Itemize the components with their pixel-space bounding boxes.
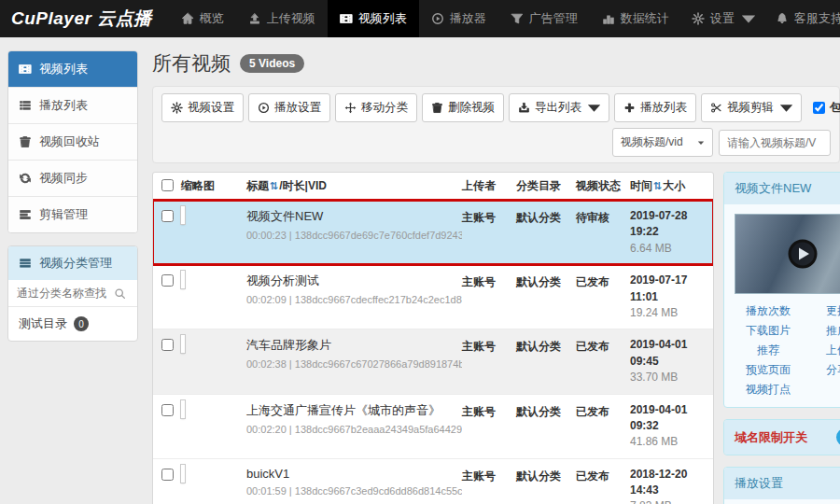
nav-stats[interactable]: 数据统计: [590, 0, 681, 37]
col-category: 分类目录: [516, 178, 576, 194]
sidebar-item-playlist[interactable]: 播放列表: [8, 87, 137, 123]
delete-video-button[interactable]: 删除视频: [422, 93, 504, 122]
video-thumbnail[interactable]: [181, 465, 185, 483]
row-checkbox[interactable]: [161, 339, 174, 351]
video-search-input[interactable]: [719, 130, 831, 156]
domain-switch-row: 域名限制开关: [724, 420, 840, 455]
listicon-icon: [19, 99, 32, 112]
video-row[interactable]: 视频文件NEW00:00:23 | 138dcc9667de69c7e760cf…: [153, 201, 713, 264]
video-action-link[interactable]: 分享: [804, 362, 840, 378]
video-action-link[interactable]: 推荐: [735, 343, 802, 358]
topbar-right: 设置客服支持30400: [681, 0, 840, 37]
topbar-support[interactable]: 客服支持: [765, 0, 840, 37]
video-status: 已发布: [576, 402, 630, 420]
col-uploader: 上传者: [462, 178, 516, 194]
row-checkbox[interactable]: [161, 469, 174, 481]
category-panel: 视频分类管理 测试目录 0: [7, 245, 138, 342]
video-clip-button[interactable]: 视频剪辑: [701, 93, 802, 122]
topbar-settings[interactable]: 设置: [681, 0, 765, 37]
video-time-size: 2019-07-1711:0119.24 MB: [630, 273, 705, 321]
video-duration-vid: 00:01:59 | 138dcc9667c3ed9cd6dd86d814c55…: [246, 485, 462, 497]
table-header: 缩略图 标题⇅/时长|VID 上传者 分类目录 视频状态 时间⇅大小: [153, 173, 713, 201]
nav-overview[interactable]: 概览: [169, 0, 236, 37]
sidebar-item-clip-manage[interactable]: 剪辑管理: [8, 196, 137, 232]
topbar-label: 客服支持: [794, 10, 840, 27]
video-row[interactable]: 上海交通广播宣传片《城市的声音》00:02:20 | 138dcc9667b2e…: [153, 394, 713, 458]
nav-upload-video[interactable]: 上传视频: [236, 0, 328, 37]
video-uploader: 主账号: [462, 337, 516, 355]
video-title[interactable]: 视频分析测试: [246, 273, 462, 289]
video-row[interactable]: buickV100:01:59 | 138dcc9667c3ed9cd6dd86…: [153, 458, 713, 504]
main-area: 所有视频 5 Videos 视频设置播放设置移动分类删除视频导出列表播放列表视频…: [152, 50, 840, 504]
col-time-size[interactable]: 时间⇅大小: [630, 178, 705, 194]
row-checkbox[interactable]: [161, 210, 174, 222]
playlist-button[interactable]: 播放列表: [614, 93, 696, 122]
nav-ad-manage[interactable]: 广告管理: [498, 0, 590, 37]
video-title[interactable]: 汽车品牌形象片: [246, 337, 462, 354]
trash-icon: [431, 102, 443, 114]
row-checkbox[interactable]: [161, 274, 174, 287]
sidebar-item-test-directory[interactable]: 测试目录 0: [8, 307, 137, 341]
brand-logo[interactable]: CuPlayer 云点播: [0, 0, 169, 37]
video-row[interactable]: 汽车品牌形象片00:02:38 | 138dcc9667c67027866a79…: [153, 329, 713, 393]
sidebar-item-video-sync[interactable]: 视频同步: [8, 160, 137, 196]
table-body: 视频文件NEW00:00:23 | 138dcc9667de69c7e760cf…: [153, 201, 713, 504]
playcircle-icon: [258, 102, 270, 114]
upload-icon: [248, 12, 261, 25]
video-size: 6.64 MB: [630, 241, 705, 257]
video-time: 14:43: [630, 483, 705, 498]
sidebar-item-video-list[interactable]: 视频列表: [8, 51, 137, 87]
toolbar-buttons: 视频设置播放设置移动分类删除视频导出列表播放列表视频剪辑包含子分类: [161, 93, 831, 122]
include-subcategory-checkbox[interactable]: 包含子分类: [813, 100, 840, 116]
play-settings-button[interactable]: 播放设置: [248, 93, 330, 122]
bell-icon: [776, 12, 789, 25]
video-preview[interactable]: [735, 214, 840, 294]
include-subcategory-label: 包含子分类: [830, 100, 840, 116]
video-time: 19:22: [630, 224, 705, 240]
video-title[interactable]: 视频文件NEW: [246, 208, 462, 225]
video-action-link[interactable]: 预览页面: [735, 362, 802, 378]
video-action-link[interactable]: 下载图片: [735, 323, 802, 339]
col-title[interactable]: 标题⇅/时长|VID: [246, 178, 462, 194]
video-time-size: 2019-04-0109:3241.86 MB: [630, 402, 705, 451]
video-title[interactable]: 上海交通广播宣传片《城市的声音》: [246, 402, 462, 419]
video-settings-button[interactable]: 视频设置: [161, 93, 244, 122]
search-field-select[interactable]: 视频标题/vid: [612, 128, 713, 157]
nav-video-list[interactable]: 视频列表: [328, 0, 419, 37]
video-row[interactable]: 视频分析测试00:02:09 | 138dcc9667cdecffec217b2…: [153, 264, 713, 329]
video-action-link[interactable]: 更换: [804, 303, 840, 319]
video-action-link[interactable]: 上传: [804, 343, 840, 358]
domain-switch-toggle[interactable]: [836, 428, 840, 446]
select-all-checkbox[interactable]: [161, 179, 174, 191]
video-thumbnail[interactable]: [181, 400, 185, 418]
row-checkbox[interactable]: [161, 404, 174, 416]
right-column: 视频文件NEW 播放次数更换下载图片推广推荐上传预览页面分享视频打点: [723, 172, 840, 504]
video-time: 11:01: [630, 289, 705, 305]
page-title: 所有视频: [152, 50, 231, 77]
include-subcategory-input[interactable]: [813, 102, 825, 114]
sort-icon: ⇅: [653, 180, 662, 191]
sidebar: 视频列表播放列表视频回收站视频同步剪辑管理 视频分类管理 测试目录 0: [7, 50, 138, 354]
move-category-button[interactable]: 移动分类: [335, 93, 417, 122]
category-count-badge: 0: [74, 316, 89, 331]
category-search-input[interactable]: [17, 287, 110, 300]
category-item-label: 测试目录: [19, 315, 67, 332]
sidebar-item-recycle[interactable]: 视频回收站: [8, 123, 137, 160]
video-action-link[interactable]: 视频打点: [735, 382, 802, 398]
video-thumbnail[interactable]: [181, 206, 185, 224]
gear-icon: [692, 12, 705, 25]
col-status: 视频状态: [576, 178, 630, 194]
sidebar-item-label: 视频同步: [39, 170, 88, 187]
selected-video-body: 播放次数更换下载图片推广推荐上传预览页面分享视频打点: [724, 204, 840, 407]
export-list-button[interactable]: 导出列表: [509, 93, 609, 122]
video-action-link[interactable]: 播放次数: [735, 303, 802, 319]
nav-player[interactable]: 播放器: [419, 0, 498, 37]
nav-label: 播放器: [450, 10, 486, 27]
video-table: 缩略图 标题⇅/时长|VID 上传者 分类目录 视频状态 时间⇅大小 视频文件N…: [152, 172, 714, 504]
play-icon[interactable]: [787, 238, 819, 270]
funnel-icon: [511, 12, 524, 25]
video-thumbnail[interactable]: [181, 271, 185, 288]
video-title[interactable]: buickV1: [246, 467, 462, 481]
video-action-link[interactable]: 推广: [804, 323, 840, 339]
video-thumbnail[interactable]: [181, 335, 185, 353]
